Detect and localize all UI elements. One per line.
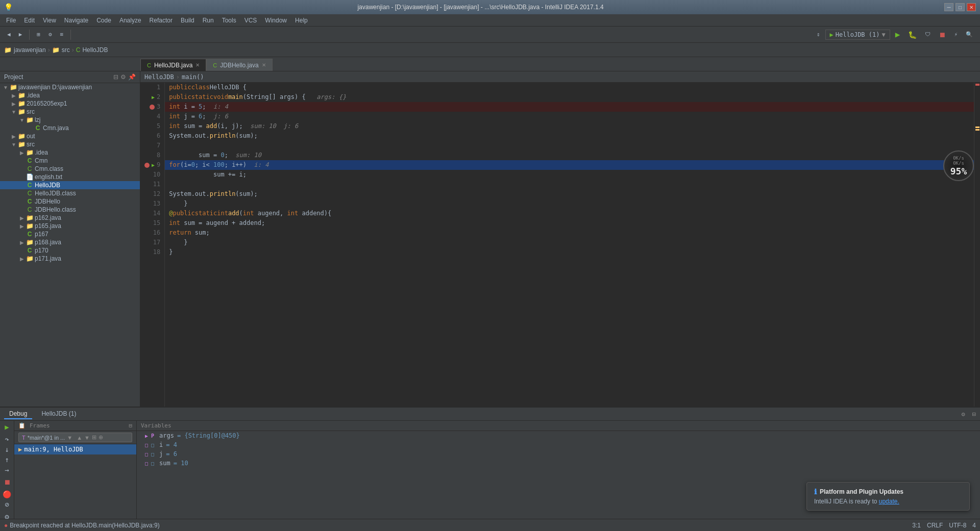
sidebar-tree-item[interactable]: 📄english.txt bbox=[0, 173, 140, 181]
code-line[interactable]: sum = 0; sum: 10 bbox=[165, 150, 974, 160]
menu-tools[interactable]: Tools bbox=[218, 16, 240, 25]
sidebar-tree-item[interactable]: ▶📁p168.java bbox=[0, 238, 140, 246]
thread-selector[interactable]: T *main*@1 in ... ▼ ▲ ▼ ⊞ ⊕ bbox=[18, 433, 132, 442]
variable-item[interactable]: □□j = 6 bbox=[137, 449, 980, 459]
code-line[interactable]: sum += i; bbox=[165, 170, 974, 180]
close-button[interactable]: ✕ bbox=[967, 3, 976, 11]
code-line[interactable]: } bbox=[165, 247, 974, 257]
menu-navigate[interactable]: Navigate bbox=[60, 16, 92, 25]
sidebar-tree-item[interactable]: ▶📁p171.java bbox=[0, 255, 140, 263]
code-line[interactable]: } bbox=[165, 199, 974, 209]
step-out-button[interactable]: ↑ bbox=[1, 456, 13, 464]
code-line[interactable]: public class HelloJDB { bbox=[165, 83, 974, 92]
debug-tab-debug[interactable]: Debug bbox=[4, 409, 32, 419]
status-position[interactable]: 3:1 bbox=[912, 522, 921, 529]
settings-debug-button[interactable]: ⚙ bbox=[1, 513, 13, 519]
frames-expand-icon[interactable]: ⊟ bbox=[129, 422, 132, 429]
code-line[interactable]: System.out.println(sum); bbox=[165, 131, 974, 141]
menu-view[interactable]: View bbox=[39, 16, 60, 25]
status-encoding[interactable]: UTF-8 bbox=[949, 522, 966, 529]
code-line[interactable]: return sum; bbox=[165, 228, 974, 238]
tab-jdbhello[interactable]: C JDBHello.java ✕ bbox=[206, 59, 272, 71]
toolbar-forward-button[interactable]: ▶ bbox=[16, 30, 26, 39]
sidebar-tree-item[interactable]: ▶📁p162.java bbox=[0, 214, 140, 222]
sidebar-tree-item[interactable]: ▶📁out bbox=[0, 132, 140, 140]
sidebar-tree-item[interactable]: CJDBHello.class bbox=[0, 206, 140, 214]
breakpoints-button[interactable]: 🔴 bbox=[1, 490, 13, 498]
search-everywhere-button[interactable]: 🔍 bbox=[963, 30, 976, 39]
debug-expand-icon[interactable]: ⊟ bbox=[972, 411, 976, 418]
run-to-cursor-button[interactable]: → bbox=[1, 466, 13, 474]
code-line[interactable]: } bbox=[165, 238, 974, 247]
code-line[interactable]: for(i=0; i< 100; i++) i: 4 bbox=[165, 160, 974, 170]
sidebar-tree-item[interactable]: ▼📁lzj bbox=[0, 116, 140, 124]
toolbar-back-button[interactable]: ◀ bbox=[4, 30, 14, 39]
breadcrumb-src[interactable]: src bbox=[62, 46, 70, 54]
frame-item-main[interactable]: ▶ main:9, HelloJDB bbox=[14, 444, 136, 454]
menu-code[interactable]: Code bbox=[92, 16, 115, 25]
profile-button[interactable]: ⚡ bbox=[951, 30, 961, 39]
code-line[interactable] bbox=[165, 141, 974, 150]
thread-filter-icon[interactable]: ⊞ bbox=[92, 434, 96, 441]
variable-item[interactable]: ▶Pargs = {String[0]@450} bbox=[137, 431, 980, 440]
code-line[interactable]: System.out.println(sum); bbox=[165, 189, 974, 199]
editor-class[interactable]: HelloJDB bbox=[144, 73, 174, 81]
sidebar-tree-item[interactable]: CJDBHello bbox=[0, 197, 140, 206]
sidebar-tree-item[interactable]: ▼📁src bbox=[0, 108, 140, 116]
editor-method[interactable]: main() bbox=[182, 73, 204, 81]
thread-nav-down[interactable]: ▼ bbox=[84, 435, 90, 441]
code-line[interactable]: @ public static int add(int augend, int … bbox=[165, 209, 974, 218]
code-line[interactable] bbox=[165, 180, 974, 189]
code-editor[interactable]: 1▶2345678▶9101112131415161718 public cla… bbox=[140, 83, 980, 407]
step-into-button[interactable]: ↓ bbox=[1, 445, 13, 453]
toolbar-settings-button[interactable]: ⚙ bbox=[45, 30, 55, 39]
sidebar-tree-item[interactable]: CHelloJDB.class bbox=[0, 189, 140, 197]
tab-close-jdbhello[interactable]: ✕ bbox=[262, 62, 266, 68]
mute-breakpoints-button[interactable]: ⊘ bbox=[1, 500, 13, 509]
menu-file[interactable]: File bbox=[2, 16, 20, 25]
tab-close-hellojdb[interactable]: ✕ bbox=[195, 62, 200, 68]
variable-item[interactable]: □□i = 4 bbox=[137, 440, 980, 449]
sidebar-tree-item[interactable]: CCmn.class bbox=[0, 165, 140, 173]
sidebar-tree-item[interactable]: CCmn bbox=[0, 157, 140, 165]
restore-button[interactable]: □ bbox=[955, 3, 965, 11]
breakpoint-dot[interactable] bbox=[144, 163, 150, 168]
step-over-button[interactable]: ↷ bbox=[1, 435, 13, 443]
menu-help[interactable]: Help bbox=[291, 16, 312, 25]
menu-refactor[interactable]: Refactor bbox=[145, 16, 177, 25]
code-line[interactable]: int j = 6; j: 6 bbox=[165, 112, 974, 121]
sidebar-tree-item[interactable]: ▶📁20165205exp1 bbox=[0, 99, 140, 108]
stop-button[interactable]: ⏹ bbox=[936, 30, 949, 40]
debug-button[interactable]: 🐛 bbox=[905, 30, 920, 40]
menu-edit[interactable]: Edit bbox=[20, 16, 39, 25]
sidebar-tree-item[interactable]: Cp170 bbox=[0, 246, 140, 255]
coverage-button[interactable]: 🛡 bbox=[922, 30, 934, 39]
sidebar-collapse-icon[interactable]: ⊟ bbox=[113, 73, 118, 81]
sidebar-tree-item[interactable]: ▶📁.idea bbox=[0, 91, 140, 99]
debug-settings-icon[interactable]: ⚙ bbox=[962, 411, 965, 418]
sidebar-tree-item[interactable]: ▼📁src bbox=[0, 140, 140, 148]
menu-build[interactable]: Build bbox=[177, 16, 199, 25]
toolbar-more-button[interactable]: ≡ bbox=[57, 30, 67, 39]
debug-tab-hellojdb[interactable]: HelloJDB (1) bbox=[36, 409, 81, 419]
sidebar-pin-icon[interactable]: 📌 bbox=[128, 73, 136, 81]
menu-window[interactable]: Window bbox=[261, 16, 291, 25]
code-line[interactable]: int sum = add(i, j); sum: 10 j: 6 bbox=[165, 121, 974, 131]
sidebar-tree-item[interactable]: CCmn.java bbox=[0, 124, 140, 132]
variable-item[interactable]: □□sum = 10 bbox=[137, 459, 980, 468]
toolbar-view-button[interactable]: ⊞ bbox=[34, 30, 43, 39]
code-content[interactable]: public class HelloJDB { public static vo… bbox=[165, 83, 974, 407]
sidebar-tree-item[interactable]: CHelloJDB bbox=[0, 181, 140, 189]
notification-link[interactable]: update. bbox=[879, 498, 899, 505]
breadcrumb-file[interactable]: HelloJDB bbox=[82, 46, 108, 54]
breadcrumb-project[interactable]: javawenjian bbox=[14, 46, 46, 54]
sidebar-tree-item[interactable]: ▶📁.idea bbox=[0, 148, 140, 157]
minimize-button[interactable]: ─ bbox=[944, 3, 953, 11]
resume-button[interactable]: ▶ bbox=[1, 423, 13, 431]
run-config[interactable]: ▶ HelloJDB (1) ▼ bbox=[825, 30, 890, 40]
tab-hellojdb[interactable]: C HelloJDB.java ✕ bbox=[140, 59, 206, 71]
menu-vcs[interactable]: VCS bbox=[240, 16, 261, 25]
menu-analyze[interactable]: Analyze bbox=[115, 16, 145, 25]
sidebar-tree-item[interactable]: ▶📁p165.java bbox=[0, 222, 140, 230]
menu-run[interactable]: Run bbox=[199, 16, 218, 25]
